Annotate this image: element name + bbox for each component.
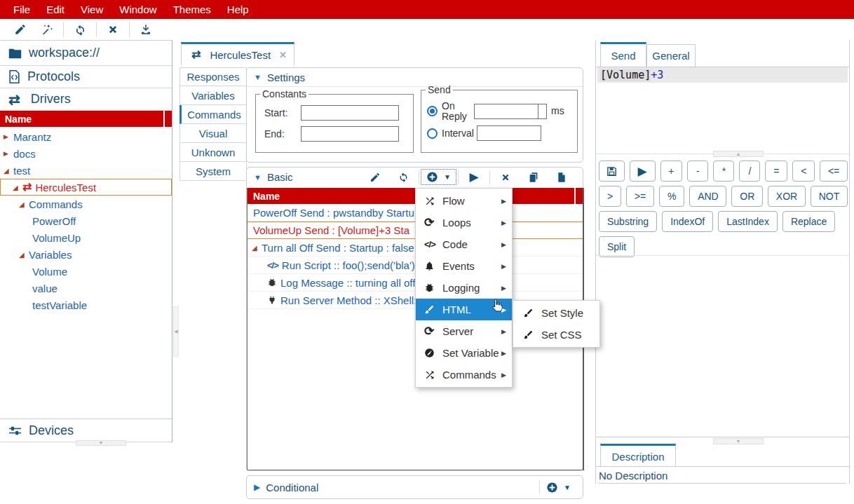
editor-splitter-handle[interactable]: ▲	[713, 151, 764, 157]
sidebar-section-drivers[interactable]: ⇄ Drivers	[0, 88, 172, 111]
op-replace-button[interactable]: Replace	[782, 211, 835, 232]
tree-item-volumeup[interactable]: VolumeUp	[0, 229, 172, 246]
edit-pencil-icon[interactable]	[361, 170, 389, 185]
menu-item-flow[interactable]: Flow ▶	[416, 190, 512, 212]
description-splitter-handle[interactable]: ▼	[713, 438, 764, 444]
tree-item-docs[interactable]: ▶docs	[0, 145, 172, 162]
splitter-handle[interactable]: ◀	[173, 306, 179, 357]
expand-expanded-icon[interactable]: ◢	[19, 251, 29, 259]
copy-icon[interactable]	[520, 170, 548, 185]
menu-help[interactable]: Help	[219, 4, 257, 15]
op-indexof-button[interactable]: IndexOf	[662, 211, 713, 232]
save-button[interactable]	[599, 161, 625, 182]
menu-item-label: Code	[442, 238, 501, 250]
collapse-arrow-icon[interactable]: ▼	[254, 173, 262, 182]
menu-item-commands[interactable]: Commands ▶	[416, 364, 512, 386]
expand-expanded-icon[interactable]: ◢	[13, 184, 22, 191]
menu-item-server[interactable]: ⟳ Server ▶	[416, 320, 512, 342]
tab-general[interactable]: General	[646, 44, 696, 67]
op-minus-button[interactable]: -	[687, 161, 708, 182]
sidebar-section-protocols[interactable]: Protocols	[0, 66, 172, 88]
op-multiply-button[interactable]: *	[713, 161, 734, 182]
magic-wand-icon[interactable]	[34, 20, 60, 39]
expand-expanded-icon[interactable]: ◢	[252, 244, 262, 252]
expand-expanded-icon[interactable]: ◢	[4, 167, 13, 175]
tree-item-marantz[interactable]: ▶Marantz	[0, 128, 172, 145]
add-conditional-button[interactable]: ▼	[541, 480, 576, 495]
tab-visual[interactable]: Visual	[179, 124, 247, 143]
delete-x-icon[interactable]	[492, 170, 520, 185]
tree-item-test[interactable]: ◢test	[0, 162, 172, 179]
menu-edit[interactable]: Edit	[39, 4, 73, 15]
tree-item-poweroff[interactable]: PowerOff	[0, 212, 172, 229]
tab-description[interactable]: Description	[600, 444, 676, 467]
interval-input[interactable]	[477, 125, 541, 141]
menu-window[interactable]: Window	[111, 4, 165, 15]
op-substring-button[interactable]: Substring	[599, 211, 657, 232]
toolbar-divider	[96, 22, 97, 37]
op-greaterequal-button[interactable]: >=	[626, 186, 654, 207]
tab-system[interactable]: System	[179, 162, 247, 181]
tree-item-testvariable[interactable]: testVariable	[0, 297, 172, 313]
tree-item-variables[interactable]: ◢Variables	[0, 246, 172, 263]
op-modulo-button[interactable]: %	[659, 186, 684, 207]
op-lessthan-button[interactable]: <	[792, 161, 815, 182]
edit-pencil-icon[interactable]	[7, 20, 34, 39]
tree-item-volume[interactable]: Volume	[0, 263, 172, 280]
op-equals-button[interactable]: =	[765, 161, 787, 182]
menu-item-set-css[interactable]: Set CSS	[513, 324, 599, 346]
op-greaterthan-button[interactable]: >	[599, 186, 621, 207]
expand-collapsed-icon[interactable]: ▶	[4, 150, 13, 157]
document-tab-herculestest[interactable]: ⇄ HerculesTest ✕	[181, 42, 294, 65]
download-icon[interactable]	[133, 20, 159, 39]
tab-commands[interactable]: Commands	[179, 105, 247, 124]
expand-collapsed-icon[interactable]: ▶	[4, 133, 13, 140]
menu-themes[interactable]: Themes	[165, 4, 219, 15]
send-expression-editor[interactable]: [Volume]+3	[597, 67, 848, 151]
refresh-icon[interactable]	[389, 170, 417, 185]
sidebar-section-devices[interactable]: Devices	[0, 418, 172, 442]
run-button[interactable]: ▶	[630, 161, 656, 182]
op-xor-button[interactable]: XOR	[768, 186, 806, 207]
tree-item-value[interactable]: value	[0, 280, 172, 297]
menu-item-code[interactable]: </> Code ▶	[416, 233, 512, 255]
add-command-button[interactable]: ▼	[421, 169, 456, 185]
close-x-icon[interactable]	[100, 20, 126, 39]
tab-send[interactable]: Send	[600, 42, 646, 67]
collapse-arrow-icon[interactable]: ▶	[254, 482, 260, 492]
menu-item-set-variable[interactable]: Set Variable ▶	[416, 342, 512, 364]
op-lessequal-button[interactable]: <=	[820, 161, 848, 182]
menu-item-set-style[interactable]: Set Style	[513, 302, 599, 324]
tab-variables[interactable]: Variables	[179, 86, 247, 105]
on-reply-radio[interactable]	[427, 106, 438, 116]
op-or-button[interactable]: OR	[731, 186, 763, 207]
tab-close-icon[interactable]: ✕	[279, 50, 287, 60]
menu-item-logging[interactable]: Logging ▶	[416, 277, 512, 299]
op-and-button[interactable]: AND	[689, 186, 726, 207]
tab-unknown[interactable]: Unknown	[179, 143, 247, 162]
menu-view[interactable]: View	[73, 4, 111, 15]
conditional-panel[interactable]: ▶ Conditional ▼	[246, 475, 583, 499]
interval-radio[interactable]	[427, 128, 438, 139]
menu-item-events[interactable]: Events ▶	[416, 255, 512, 277]
sidebar-collapse-handle[interactable]: ▼	[76, 440, 126, 446]
run-play-icon[interactable]: ▶	[460, 170, 488, 185]
on-reply-input[interactable]	[474, 104, 547, 119]
end-input[interactable]	[301, 126, 399, 142]
tree-item-commands[interactable]: ◢Commands	[0, 196, 172, 212]
spinner-handle[interactable]	[538, 104, 547, 119]
start-input[interactable]	[301, 105, 399, 121]
refresh-icon[interactable]	[67, 20, 93, 39]
tab-responses[interactable]: Responses	[179, 67, 247, 86]
op-not-button[interactable]: NOT	[811, 186, 848, 207]
sidebar-section-workspace[interactable]: workspace://	[0, 41, 172, 66]
paste-icon[interactable]	[548, 170, 576, 185]
op-plus-button[interactable]: +	[660, 161, 683, 182]
op-lastindex-button[interactable]: LastIndex	[718, 211, 778, 232]
expand-expanded-icon[interactable]: ◢	[19, 200, 29, 208]
op-divide-button[interactable]: /	[739, 161, 760, 182]
menu-file[interactable]: File	[6, 4, 39, 15]
op-split-button[interactable]: Split	[599, 236, 635, 257]
tree-item-herculestest[interactable]: ◢⇄HerculesTest	[0, 179, 172, 196]
menu-item-loops[interactable]: ⟳ Loops ▶	[416, 212, 512, 233]
